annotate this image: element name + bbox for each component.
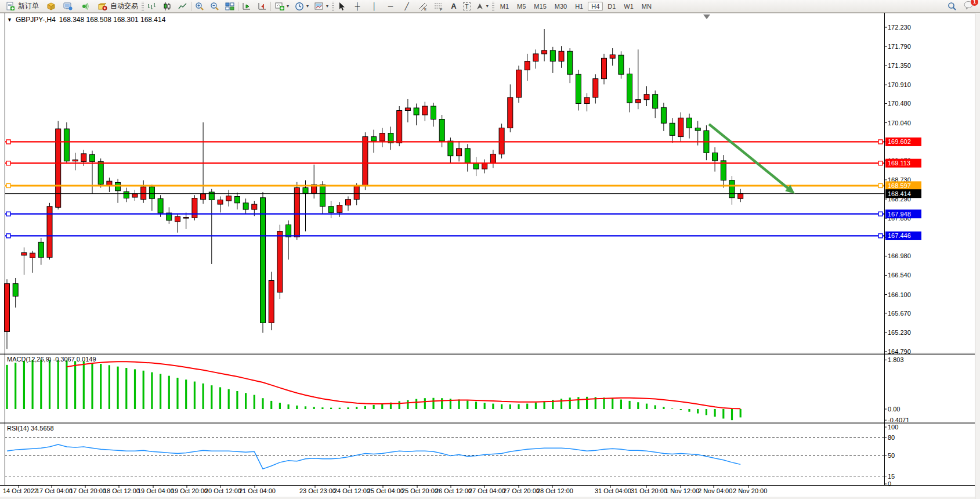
macd-name: MACD(12,26,9) (7, 356, 51, 363)
timeframe-m15-button[interactable]: M15 (530, 2, 549, 11)
chart-ohlc-values: 168.348 168.508 168.301 168.414 (59, 16, 166, 24)
candle-body (115, 182, 121, 190)
candle-body (363, 137, 368, 186)
timeframe-mn-button[interactable]: MN (638, 2, 655, 11)
text-label-tool-button[interactable]: T (463, 2, 471, 10)
cursor-tool-button[interactable] (336, 1, 348, 12)
svg-text:0.00: 0.00 (888, 406, 900, 413)
chart-canvas[interactable]: 172.230171.790171.350170.910170.480170.0… (0, 0, 980, 499)
candle-body (414, 108, 419, 115)
line-anchor[interactable] (6, 183, 10, 187)
template-button[interactable]: ▾ (313, 1, 330, 12)
new-chart-dropdown-icon[interactable]: ▾ (287, 3, 289, 9)
vertical-scrollbar[interactable] (975, 13, 980, 499)
candle-body (149, 187, 154, 198)
candle-body (294, 187, 299, 237)
candle-body (81, 154, 86, 162)
candle-body (439, 120, 444, 142)
candle-body (670, 123, 675, 135)
terminal-icon[interactable] (62, 1, 74, 12)
line-anchor[interactable] (878, 183, 883, 187)
template-dropdown-icon[interactable]: ▾ (326, 3, 328, 9)
new-order-label: 新订单 (18, 1, 39, 11)
zoom-in-button[interactable] (194, 1, 205, 12)
svg-text:171.790: 171.790 (888, 43, 911, 50)
svg-text:F: F (440, 7, 442, 11)
candle-body (328, 207, 334, 213)
candle-body (303, 187, 308, 193)
vertical-line-tool-button[interactable]: │ (368, 1, 380, 12)
tile-windows-button[interactable] (224, 1, 236, 12)
line-anchor[interactable] (878, 140, 883, 144)
candle-body (490, 154, 496, 163)
trendline-tool-button[interactable]: ╱ (401, 1, 413, 12)
line-anchor[interactable] (878, 161, 883, 165)
candle-body (422, 106, 428, 115)
fibonacci-tool-button[interactable]: F (433, 1, 444, 12)
timeframe-h4-button[interactable]: H4 (588, 2, 603, 11)
line-anchor[interactable] (6, 234, 10, 238)
svg-text:26 Oct 12:00: 26 Oct 12:00 (435, 487, 472, 494)
candle-body (499, 128, 504, 154)
candle-body (124, 191, 129, 198)
toolbar-drag-handle[interactable] (332, 2, 334, 11)
search-icon[interactable] (946, 1, 958, 12)
svg-text:20 Oct 12:00: 20 Oct 12:00 (205, 487, 241, 494)
new-order-button[interactable]: 新订单 (3, 1, 41, 12)
toolbar-drag-handle[interactable] (492, 2, 494, 11)
candle-body (627, 74, 632, 103)
auto-scroll-button[interactable] (241, 1, 252, 12)
chart-title: ▼ GBPJPY-,H4 168.348 168.508 168.301 168… (7, 16, 165, 24)
signal-icon[interactable] (79, 1, 91, 12)
svg-text:168.414: 168.414 (888, 190, 911, 197)
line-anchor[interactable] (6, 161, 10, 165)
bar-chart-button[interactable] (146, 1, 157, 12)
line-anchor[interactable] (6, 212, 10, 216)
arrows-tool-button[interactable]: ▾ (474, 1, 490, 12)
chart-shift-button[interactable] (256, 1, 268, 12)
candle-body (5, 284, 10, 332)
svg-text:19 Oct 04:00: 19 Oct 04:00 (138, 487, 174, 494)
line-anchor[interactable] (6, 140, 10, 144)
svg-text:2 Nov 04:00: 2 Nov 04:00 (698, 487, 732, 494)
rsi-current-value: 34.5658 (31, 425, 54, 432)
svg-text:23 Oct 23:00: 23 Oct 23:00 (299, 487, 336, 494)
candle-body (192, 198, 197, 218)
chart-collapse-icon[interactable]: ▼ (7, 17, 12, 23)
horizontal-line-tool-button[interactable]: ─ (385, 1, 396, 12)
period-dropdown-icon[interactable]: ▾ (306, 3, 309, 9)
candle-body (635, 100, 641, 103)
timeframe-m5-button[interactable]: M5 (513, 2, 529, 11)
new-chart-button[interactable]: ▾ (273, 1, 291, 12)
candle-body (98, 161, 103, 184)
market-watch-icon[interactable] (45, 1, 57, 12)
candle-body (653, 95, 658, 109)
rsi-indicator-label: RSI(14) 34.5658 (7, 425, 54, 432)
timeframe-m1-button[interactable]: M1 (497, 2, 512, 11)
candle-body (201, 194, 206, 200)
candle-body (252, 204, 257, 209)
channel-tool-button[interactable]: E (417, 1, 429, 12)
chart-symbol-timeframe: GBPJPY-,H4 (16, 16, 56, 24)
timeframe-m30-button[interactable]: M30 (551, 2, 570, 11)
zoom-out-button[interactable] (209, 1, 220, 12)
timeframe-w1-button[interactable]: W1 (620, 2, 637, 11)
period-button[interactable]: ▾ (293, 1, 310, 12)
text-tool-button[interactable]: A (448, 1, 460, 12)
svg-text:15: 15 (888, 473, 895, 480)
timeframe-d1-button[interactable]: D1 (604, 2, 619, 11)
new-order-icon (5, 1, 16, 12)
toolbar-drag-handle[interactable] (142, 2, 144, 11)
svg-text:166.980: 166.980 (888, 252, 911, 259)
line-anchor[interactable] (878, 212, 883, 216)
crosshair-tool-button[interactable]: ┼ (352, 1, 363, 12)
line-chart-button[interactable] (177, 1, 189, 12)
candle-body (550, 50, 555, 62)
arrows-dropdown-icon[interactable]: ▾ (486, 3, 489, 9)
notifications-button[interactable]: 1 (964, 1, 974, 12)
auto-trading-button[interactable]: 自动交易 (95, 1, 140, 12)
line-anchor[interactable] (878, 234, 883, 238)
timeframe-h1-button[interactable]: H1 (572, 2, 587, 11)
pane-borders (0, 13, 980, 499)
candlestick-chart-button[interactable] (161, 1, 173, 12)
